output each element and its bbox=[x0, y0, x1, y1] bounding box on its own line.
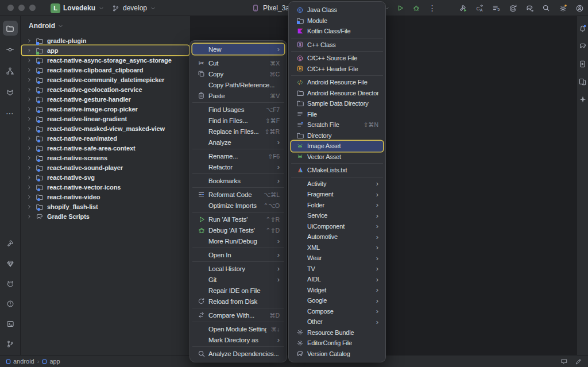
menu-item-local-history[interactable]: Local History› bbox=[192, 263, 284, 274]
menu-item-wear[interactable]: Wear› bbox=[291, 253, 383, 264]
hammer-icon[interactable] bbox=[3, 236, 18, 251]
menu-item-open-module-settings[interactable]: Open Module Settings⌘↓ bbox=[192, 323, 284, 334]
chevron-right-icon[interactable] bbox=[25, 57, 33, 63]
menu-item-aidl[interactable]: AIDL› bbox=[291, 274, 383, 285]
gradle-icon[interactable] bbox=[578, 41, 588, 51]
breadcrumb-item-app[interactable]: app bbox=[42, 358, 60, 365]
project-view-selector[interactable]: Android bbox=[21, 20, 190, 32]
menu-item-resource-bundle[interactable]: Resource Bundle bbox=[291, 327, 383, 338]
menu-item-automotive[interactable]: Automotive› bbox=[291, 231, 383, 242]
sparkle-icon[interactable] bbox=[578, 94, 588, 105]
menu-item-service[interactable]: Service› bbox=[291, 210, 383, 221]
menu-item-android-resource-file[interactable]: Android Resource File bbox=[291, 77, 383, 88]
menu-item-debug-all-tests[interactable]: Debug 'All Tests'⌃⇧D bbox=[192, 225, 284, 235]
menu-item-reformat-code[interactable]: Reformat Code⌥⌘L bbox=[192, 189, 284, 200]
chevron-right-icon[interactable] bbox=[25, 184, 33, 190]
gitlab-icon[interactable] bbox=[3, 84, 18, 99]
tree-item-react-native-async-storage-async-storage[interactable]: react-native-async-storage_async-storage bbox=[22, 55, 189, 65]
chevron-right-icon[interactable] bbox=[25, 155, 33, 161]
problems-icon[interactable] bbox=[3, 296, 18, 311]
minimize-button[interactable] bbox=[18, 5, 25, 11]
menu-item-analyze[interactable]: Analyze› bbox=[192, 137, 284, 148]
menu-item-version-catalog[interactable]: Version Catalog bbox=[291, 349, 383, 360]
tree-item-app[interactable]: app bbox=[22, 45, 189, 55]
tree-item-react-native-geolocation-service[interactable]: react-native-geolocation-service bbox=[22, 84, 189, 94]
menu-item-new[interactable]: New› bbox=[192, 44, 284, 55]
tree-item-shopify-flash-list[interactable]: shopify_flash-list bbox=[22, 202, 189, 211]
menu-item-rename[interactable]: Rename...⇧F6 bbox=[192, 150, 284, 161]
menu-item-xml[interactable]: XML› bbox=[291, 242, 383, 253]
menu-item-other[interactable]: Other› bbox=[291, 316, 383, 327]
zoom-button[interactable] bbox=[29, 5, 36, 11]
tree-item-react-native-linear-gradient[interactable]: react-native-linear-gradient bbox=[22, 114, 189, 123]
menu-item-mark-directory-as[interactable]: Mark Directory as› bbox=[192, 334, 284, 345]
more-v-icon[interactable]: ⋮ bbox=[426, 2, 439, 14]
build-variants-icon[interactable]: 5 bbox=[490, 2, 502, 14]
account-icon[interactable] bbox=[573, 2, 586, 14]
inspect-icon[interactable]: CA bbox=[473, 2, 486, 14]
tree-item-react-native-svg[interactable]: react-native-svg bbox=[22, 172, 189, 182]
chevron-right-icon[interactable] bbox=[25, 214, 33, 219]
tree-item-gradle-scripts[interactable]: Gradle Scripts bbox=[22, 211, 189, 221]
profiler-icon[interactable] bbox=[506, 2, 519, 14]
chevron-right-icon[interactable] bbox=[25, 194, 33, 200]
menu-item-copy-path-reference[interactable]: Copy Path/Reference... bbox=[192, 79, 284, 90]
menu-item-widget[interactable]: Widget› bbox=[291, 285, 383, 296]
pen-icon[interactable] bbox=[575, 358, 582, 365]
menu-item-cmakelists-txt[interactable]: CMakeLists.txt bbox=[291, 165, 383, 176]
menu-item-more-run-debug[interactable]: More Run/Debug› bbox=[192, 235, 284, 246]
menu-item-file[interactable]: File bbox=[291, 109, 383, 120]
chevron-right-icon[interactable] bbox=[25, 106, 33, 112]
menu-item-c-c-header-file[interactable]: HC/C++ Header File bbox=[291, 64, 383, 75]
menu-item-google[interactable]: Google› bbox=[291, 295, 383, 306]
chevron-right-icon[interactable] bbox=[25, 175, 33, 180]
menu-item-kotlin-class-file[interactable]: Kotlin Class/File bbox=[291, 26, 383, 37]
tree-item-react-native-sound-player[interactable]: react-native-sound-player bbox=[22, 163, 189, 172]
menu-item-repair-ide-on-file[interactable]: Repair IDE on File bbox=[192, 285, 284, 296]
close-button[interactable] bbox=[7, 5, 14, 11]
menu-item-reload-from-disk[interactable]: Reload from Disk bbox=[192, 296, 284, 307]
menu-item-find-usages[interactable]: Find Usages⌥F7 bbox=[192, 104, 284, 115]
breadcrumb-item-android[interactable]: android bbox=[6, 358, 34, 365]
menu-item-directory[interactable]: Directory bbox=[291, 130, 383, 141]
menu-item-uicomponent[interactable]: UiComponent› bbox=[291, 221, 383, 232]
settings-icon[interactable] bbox=[556, 2, 569, 14]
tree-item-react-native-community-datetimepicker[interactable]: react-native-community_datetimepicker bbox=[22, 75, 189, 84]
tree-item-react-native-masked-view-masked-view[interactable]: react-native-masked-view_masked-view bbox=[22, 123, 189, 133]
tree-item-react-native-gesture-handler[interactable]: react-native-gesture-handler bbox=[22, 94, 189, 104]
menu-item-find-in-files[interactable]: Find in Files...⇧⌘F bbox=[192, 115, 284, 126]
project-folder-icon[interactable] bbox=[3, 21, 18, 36]
chevron-right-icon[interactable] bbox=[25, 87, 33, 92]
menu-item-vector-asset[interactable]: Vector Asset bbox=[291, 152, 383, 163]
menu-item-c-class[interactable]: SC++ Class bbox=[291, 40, 383, 51]
menu-item-image-asset[interactable]: Image Asset bbox=[291, 141, 383, 152]
play-icon[interactable] bbox=[394, 2, 407, 14]
chevron-right-icon[interactable] bbox=[25, 38, 33, 44]
menu-item-java-class[interactable]: CJava Class bbox=[291, 5, 383, 16]
menu-item-open-in[interactable]: Open In› bbox=[192, 249, 284, 260]
running-devices-icon[interactable] bbox=[578, 59, 588, 69]
tree-item-gradle-plugin[interactable]: gradle-plugin bbox=[22, 36, 189, 45]
menu-item-optimize-imports[interactable]: Optimize Imports⌃⌥O bbox=[192, 200, 284, 211]
vcs-branch-icon[interactable] bbox=[3, 337, 18, 351]
tree-item-react-native-clipboard-clipboard[interactable]: react-native-clipboard_clipboard bbox=[22, 65, 189, 75]
chevron-right-icon[interactable] bbox=[25, 77, 33, 83]
menu-item-tv[interactable]: TV› bbox=[291, 264, 383, 275]
chevron-right-icon[interactable] bbox=[25, 96, 33, 102]
menu-item-analyze-dependencies[interactable]: Analyze Dependencies... bbox=[192, 348, 284, 359]
chevron-right-icon[interactable] bbox=[25, 67, 33, 73]
tree-item-react-native-video[interactable]: react-native-video bbox=[22, 192, 189, 202]
menu-item-activity[interactable]: Activity› bbox=[291, 179, 383, 190]
menu-item-replace-in-files[interactable]: Replace in Files...⇧⌘R bbox=[192, 126, 284, 137]
tree-item-react-native-image-crop-picker[interactable]: react-native-image-crop-picker bbox=[22, 104, 189, 114]
event-icon[interactable] bbox=[560, 358, 568, 365]
menu-item-fragment[interactable]: Fragment› bbox=[291, 189, 383, 200]
chevron-right-icon[interactable] bbox=[25, 48, 33, 53]
menu-item-android-resource-directory[interactable]: Android Resource Directory bbox=[291, 88, 383, 99]
commit-icon[interactable] bbox=[3, 42, 18, 57]
more-h-icon[interactable]: ⋯ bbox=[3, 106, 18, 121]
menu-item-c-c-source-file[interactable]: CC/C++ Source File bbox=[291, 53, 383, 64]
window-controls[interactable] bbox=[7, 5, 36, 11]
chevron-right-icon[interactable] bbox=[25, 126, 33, 132]
chevron-right-icon[interactable] bbox=[25, 145, 33, 151]
